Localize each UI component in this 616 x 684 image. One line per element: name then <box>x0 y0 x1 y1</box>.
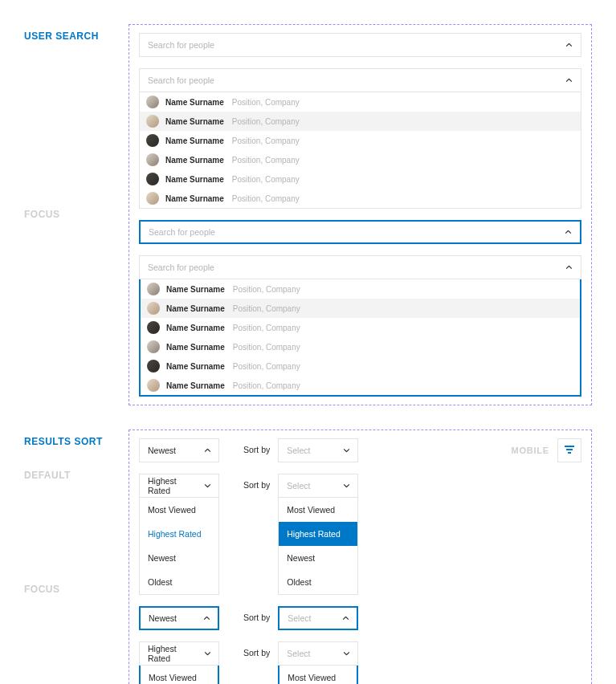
search-result-row[interactable]: Name Surname Position, Company <box>141 279 580 299</box>
person-name: Name Surname <box>166 362 225 371</box>
person-meta: Position, Company <box>232 98 300 107</box>
avatar <box>146 115 159 128</box>
avatar <box>146 173 159 185</box>
search-input[interactable]: Search for people <box>139 255 581 279</box>
avatar <box>147 379 160 392</box>
search-placeholder: Search for people <box>148 40 214 50</box>
sort-option[interactable]: Most Viewed <box>140 498 218 522</box>
sort-option[interactable]: Newest <box>140 546 218 570</box>
mobile-heading: MOBILE <box>511 446 549 455</box>
select-value: Newest <box>149 613 177 623</box>
search-result-row[interactable]: Name Surname Position, Company <box>141 299 580 318</box>
sort-option[interactable]: Newest <box>279 546 357 570</box>
person-name: Name Surname <box>166 381 225 390</box>
select-placeholder: Select <box>287 649 310 658</box>
sort-select[interactable]: Select <box>278 438 358 462</box>
person-name: Name Surname <box>166 285 225 294</box>
avatar <box>147 302 160 315</box>
avatar <box>146 134 159 147</box>
search-result-row[interactable]: Name Surname Position, Company <box>141 318 580 337</box>
sort-option[interactable]: Highest Rated <box>140 522 218 546</box>
sort-by-label: Sort by <box>243 641 270 658</box>
person-meta: Position, Company <box>233 381 300 390</box>
search-result-row[interactable]: Name Surname Position, Company <box>140 189 581 208</box>
search-input-focused[interactable]: Search for people <box>139 220 581 244</box>
person-meta: Position, Company <box>232 156 300 165</box>
search-result-row[interactable]: Name Surname Position, Company <box>140 92 581 112</box>
sort-select[interactable]: Select <box>278 641 358 666</box>
person-meta: Position, Company <box>232 194 300 203</box>
person-name: Name Surname <box>165 156 224 165</box>
sort-select-focused[interactable]: Newest <box>139 606 219 630</box>
chevron-up-icon <box>204 449 211 453</box>
chevron-down-icon <box>343 652 350 656</box>
avatar <box>147 360 160 373</box>
search-result-row[interactable]: Name Surname Position, Company <box>141 356 580 376</box>
sort-select[interactable]: Select <box>278 474 358 498</box>
avatar <box>147 283 160 295</box>
sort-by-label: Sort by <box>243 606 270 622</box>
sort-option[interactable]: Most Viewed <box>141 666 218 684</box>
chevron-up-icon <box>565 230 572 234</box>
avatar <box>147 321 160 334</box>
person-name: Name Surname <box>165 117 224 126</box>
person-meta: Position, Company <box>233 343 300 352</box>
focus-heading: FOCUS <box>24 209 129 220</box>
select-value: Newest <box>148 446 176 455</box>
chevron-up-icon <box>565 79 573 83</box>
search-placeholder: Search for people <box>149 227 215 237</box>
sort-option[interactable]: Oldest <box>140 570 218 594</box>
search-input[interactable]: Search for people <box>139 68 581 92</box>
select-value: Highest Rated <box>148 476 198 495</box>
chevron-up-icon <box>565 266 573 270</box>
chevron-up-icon <box>342 617 349 621</box>
search-results-focused: Name Surname Position, Company Name Surn… <box>139 279 581 397</box>
search-result-row[interactable]: Name Surname Position, Company <box>140 112 581 131</box>
search-result-row[interactable]: Name Surname Position, Company <box>140 150 581 169</box>
search-input[interactable]: Search for people <box>139 33 581 57</box>
person-meta: Position, Company <box>233 304 300 313</box>
search-results: Name Surname Position, Company Name Surn… <box>139 92 581 209</box>
avatar <box>147 340 160 353</box>
search-placeholder: Search for people <box>148 75 214 85</box>
person-name: Name Surname <box>165 175 224 184</box>
sort-select[interactable]: Highest Rated <box>139 474 219 498</box>
person-meta: Position, Company <box>233 285 300 294</box>
sort-select-focused[interactable]: Select <box>278 606 358 630</box>
sort-by-label: Sort by <box>243 474 270 490</box>
person-meta: Position, Company <box>232 117 300 126</box>
avatar <box>146 153 159 166</box>
svg-rect-2 <box>568 452 571 454</box>
chevron-down-icon <box>204 652 211 656</box>
select-placeholder: Select <box>287 481 310 491</box>
svg-rect-1 <box>566 449 573 450</box>
person-name: Name Surname <box>165 194 224 203</box>
filter-button[interactable] <box>557 438 581 462</box>
search-result-row[interactable]: Name Surname Position, Company <box>141 376 580 395</box>
sort-option[interactable]: Most Viewed <box>279 666 357 684</box>
sort-options: Most Viewed Highest Rated Newest Oldest <box>139 498 219 595</box>
search-result-row[interactable]: Name Surname Position, Company <box>140 131 581 150</box>
person-name: Name Surname <box>165 136 224 145</box>
sort-options-focused: Most Viewed Highest Rated Newest Oldest <box>278 666 358 684</box>
sort-option[interactable]: Highest Rated <box>279 522 357 546</box>
sort-options: Most Viewed Highest Rated Newest Oldest <box>278 498 358 595</box>
search-placeholder: Search for people <box>148 263 214 272</box>
focus-heading: FOCUS <box>24 584 129 595</box>
person-name: Name Surname <box>166 343 225 352</box>
user-search-heading: USER SEARCH <box>24 31 129 42</box>
chevron-down-icon <box>343 484 350 488</box>
svg-rect-0 <box>565 446 574 447</box>
sort-option[interactable]: Most Viewed <box>279 498 357 522</box>
search-result-row[interactable]: Name Surname Position, Company <box>141 337 580 356</box>
person-meta: Position, Company <box>233 324 300 332</box>
search-result-row[interactable]: Name Surname Position, Company <box>140 169 581 189</box>
person-meta: Position, Company <box>233 362 300 371</box>
sort-by-label: Sort by <box>243 438 270 454</box>
sort-option[interactable]: Oldest <box>279 570 357 594</box>
sort-select[interactable]: Highest Rated <box>139 641 219 666</box>
chevron-down-icon <box>204 484 211 488</box>
sort-select[interactable]: Newest <box>139 438 219 462</box>
select-placeholder: Select <box>288 613 311 623</box>
results-sort-group: Newest Sort by Select <box>129 430 592 684</box>
